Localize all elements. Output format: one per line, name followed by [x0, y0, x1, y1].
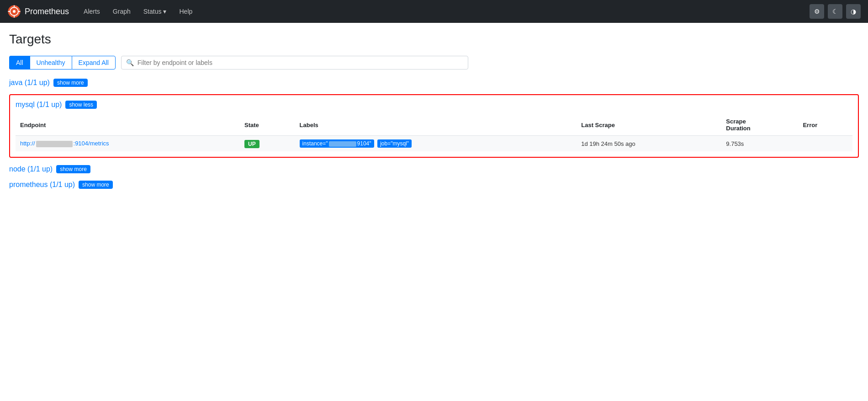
- app-title: Prometheus: [25, 7, 69, 16]
- target-mysql-header: mysql (1/1 up) show less: [16, 101, 852, 109]
- table-header-row: Endpoint State Labels Last Scrape Scrape…: [16, 114, 852, 136]
- redacted-host: [36, 141, 73, 147]
- mysql-table-body: http://:9104/metrics UP instance="9104" …: [16, 136, 852, 152]
- filter-all-button[interactable]: All: [9, 56, 30, 70]
- target-group-node-header: node (1/1 up) show more: [9, 165, 859, 173]
- label-job-badge: job="mysql": [377, 139, 412, 148]
- cell-labels: instance="9104" job="mysql": [295, 136, 577, 152]
- target-group-java-header: java (1/1 up) show more: [9, 79, 859, 87]
- col-error: Error: [798, 114, 852, 136]
- target-mysql-show-less-button[interactable]: show less: [65, 101, 97, 109]
- filter-buttons: All Unhealthy Expand All: [9, 56, 116, 70]
- filter-row: All Unhealthy Expand All 🔍: [9, 56, 859, 70]
- target-group-java: java (1/1 up) show more: [9, 79, 859, 87]
- page-title: Targets: [9, 32, 859, 47]
- cell-scrape-duration: 9.753s: [721, 136, 798, 152]
- dropdown-icon: ▾: [163, 8, 166, 15]
- search-icon: 🔍: [126, 59, 134, 66]
- target-prometheus-title[interactable]: prometheus (1/1 up): [9, 181, 75, 189]
- target-group-mysql-expanded: mysql (1/1 up) show less Endpoint State …: [9, 94, 859, 158]
- col-state: State: [240, 114, 295, 136]
- col-endpoint: Endpoint: [16, 114, 240, 136]
- endpoint-link[interactable]: http://:9104/metrics: [20, 140, 109, 147]
- search-input[interactable]: [134, 56, 463, 69]
- filter-unhealthy-button[interactable]: Unhealthy: [30, 56, 72, 70]
- prometheus-logo-icon: [7, 5, 21, 18]
- navbar: Prometheus Alerts Graph Status ▾ Help ⚙ …: [0, 0, 868, 23]
- nav-help[interactable]: Help: [174, 8, 198, 15]
- theme-contrast-button[interactable]: ◑: [846, 4, 861, 19]
- instance-redacted: [329, 141, 356, 147]
- cell-error: [798, 136, 852, 152]
- target-java-show-more-button[interactable]: show more: [53, 79, 88, 87]
- cell-endpoint: http://:9104/metrics: [16, 136, 240, 152]
- target-group-prometheus-header: prometheus (1/1 up) show more: [9, 181, 859, 189]
- target-mysql-title[interactable]: mysql (1/1 up): [16, 101, 62, 109]
- target-java-title[interactable]: java (1/1 up): [9, 79, 50, 87]
- col-scrape-duration: ScrapeDuration: [721, 114, 798, 136]
- mysql-target-table: Endpoint State Labels Last Scrape Scrape…: [16, 114, 852, 151]
- gear-button[interactable]: ⚙: [810, 4, 824, 19]
- target-node-show-more-button[interactable]: show more: [56, 165, 90, 173]
- filter-expand-all-button[interactable]: Expand All: [72, 56, 116, 70]
- search-wrapper: 🔍: [121, 56, 468, 70]
- main-content: Targets All Unhealthy Expand All 🔍 java …: [0, 23, 868, 401]
- nav-status[interactable]: Status ▾: [138, 4, 172, 19]
- col-labels: Labels: [295, 114, 577, 136]
- label-instance-badge: instance="9104": [300, 139, 374, 148]
- nav-alerts[interactable]: Alerts: [78, 8, 106, 15]
- cell-last-scrape: 1d 19h 24m 50s ago: [577, 136, 721, 152]
- brand[interactable]: Prometheus: [7, 5, 69, 18]
- target-group-prometheus: prometheus (1/1 up) show more: [9, 181, 859, 189]
- cell-state: UP: [240, 136, 295, 152]
- theme-moon-button[interactable]: ☾: [828, 4, 842, 19]
- target-prometheus-show-more-button[interactable]: show more: [79, 181, 113, 189]
- target-node-title[interactable]: node (1/1 up): [9, 165, 53, 173]
- mysql-table-head: Endpoint State Labels Last Scrape Scrape…: [16, 114, 852, 136]
- nav-menu: Alerts Graph Status ▾ Help: [78, 4, 198, 19]
- col-last-scrape: Last Scrape: [577, 114, 721, 136]
- nav-graph[interactable]: Graph: [107, 8, 136, 15]
- svg-point-2: [13, 10, 16, 13]
- table-row: http://:9104/metrics UP instance="9104" …: [16, 136, 852, 152]
- navbar-icons: ⚙ ☾ ◑: [810, 4, 861, 19]
- target-group-node: node (1/1 up) show more: [9, 165, 859, 173]
- state-up-badge: UP: [244, 140, 259, 148]
